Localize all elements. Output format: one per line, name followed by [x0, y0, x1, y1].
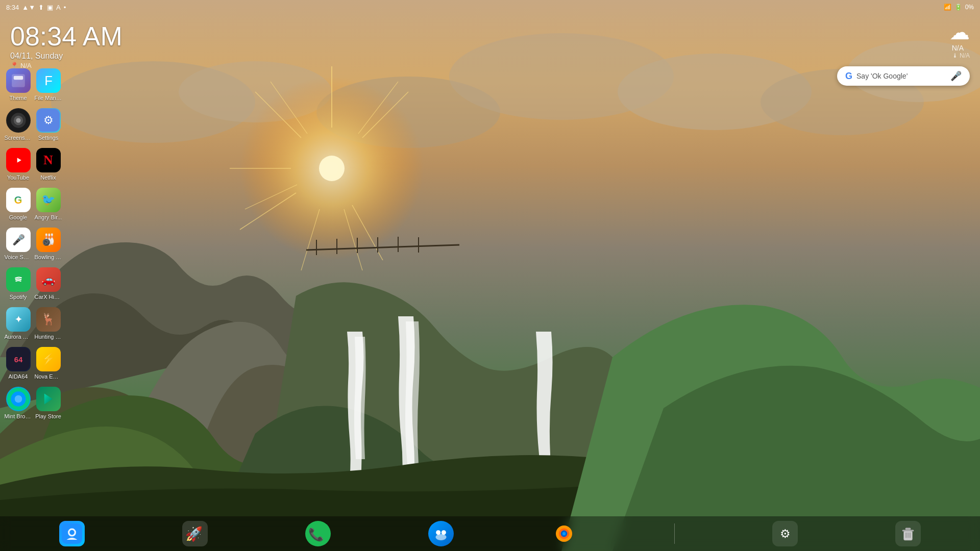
status-arrows: ▲▼ [22, 4, 35, 11]
taskbar-item-chat[interactable] [428, 521, 454, 546]
status-screen: ▣ [47, 4, 53, 11]
taskbar-item-finder[interactable] [59, 521, 85, 546]
status-time: 8:34 [6, 4, 19, 11]
app-row: Mint Brow...Play Store [4, 384, 57, 422]
app-item-screenshot[interactable]: Screensho... [4, 105, 32, 144]
app-item-filemanager[interactable]: FFile Mana... [34, 65, 62, 104]
taskbar-item-trash[interactable] [895, 521, 921, 546]
app-label-carx: CarX High... [35, 294, 62, 300]
app-label-netflix: Netflix [40, 174, 56, 181]
weather-low: 🌡 N/A [952, 52, 970, 59]
svg-marker-53 [44, 394, 52, 405]
app-label-nova: Nova Empi... [35, 373, 62, 380]
svg-text:⚙: ⚙ [43, 114, 54, 127]
google-search-bar[interactable]: G Say 'Ok Google' 🎤 [837, 66, 970, 86]
app-row: YouTubeNNetflix [4, 145, 57, 184]
app-icon-aurora: ✦ [6, 307, 31, 332]
app-item-playstore[interactable]: Play Store [34, 384, 62, 422]
weather-temp: N/A 🌡 N/A [952, 44, 970, 59]
app-label-hunting: Hunting C... [35, 334, 62, 340]
app-label-playstore: Play Store [35, 413, 61, 419]
app-icon-mintbrowser [6, 387, 31, 411]
app-label-spotify: Spotify [10, 294, 27, 300]
app-row: ThemeFFile Mana... [4, 65, 57, 104]
app-row: 64AIDA64⚡Nova Empi... [4, 344, 57, 383]
app-icon-angrybir: 🐦 [36, 188, 61, 212]
app-label-youtube: YouTube [7, 174, 29, 181]
app-row: GGoogle🐦Angry Bir... [4, 185, 57, 223]
app-item-angrybir[interactable]: 🐦Angry Bir... [34, 185, 62, 223]
svg-text:✦: ✦ [15, 315, 22, 324]
clock-time: 08:34 AM [10, 23, 122, 49]
taskbar-divider [674, 523, 675, 544]
status-left: 8:34 ▲▼ ⬆ ▣ A • [6, 4, 66, 11]
app-icon-carx: 🚗 [36, 267, 61, 292]
status-upload: ⬆ [38, 4, 44, 11]
app-item-google[interactable]: GGoogle [4, 185, 32, 223]
app-item-carx[interactable]: 🚗CarX High... [34, 264, 62, 303]
app-label-bowling: Bowling C... [35, 254, 62, 260]
svg-rect-70 [905, 528, 911, 530]
taskbar: 🚀📞⚙ [0, 516, 980, 551]
app-icon-filemanager: F [36, 68, 61, 93]
app-icon-theme [6, 68, 31, 93]
app-icon-screenshot [6, 108, 31, 133]
app-label-theme: Theme [9, 95, 27, 101]
weather-widget: ☁ N/A 🌡 N/A [949, 20, 970, 59]
app-item-bowling[interactable]: 🎳Bowling C... [34, 224, 62, 263]
app-row: ✦Aurora St...🦌Hunting C... [4, 304, 57, 343]
app-label-aurora: Aurora St... [5, 334, 32, 340]
app-item-spotify[interactable]: Spotify [4, 264, 32, 303]
app-label-mintbrowser: Mint Brow... [5, 413, 32, 419]
app-item-nova[interactable]: ⚡Nova Empi... [34, 344, 62, 383]
taskbar-item-rocket[interactable]: 🚀 [182, 521, 208, 546]
app-label-aida64: AIDA64 [9, 373, 28, 380]
app-icon-voicesearch: 🎤 [6, 228, 31, 252]
svg-point-59 [431, 524, 451, 543]
app-label-google: Google [9, 214, 27, 220]
app-row: Screensho...⚙Settings [4, 105, 57, 144]
status-right: 📶 🔋 0% [944, 4, 974, 11]
app-row: Spotify🚗CarX High... [4, 264, 57, 303]
status-bar: 8:34 ▲▼ ⬆ ▣ A • 📶 🔋 0% [0, 0, 980, 14]
app-item-mintbrowser[interactable]: Mint Brow... [4, 384, 32, 422]
app-item-hunting[interactable]: 🦌Hunting C... [34, 304, 62, 343]
svg-rect-32 [13, 76, 22, 80]
taskbar-item-settings[interactable]: ⚙ [772, 521, 798, 546]
app-item-theme[interactable]: Theme [4, 65, 32, 104]
app-item-settings[interactable]: ⚙Settings [34, 105, 62, 144]
svg-point-52 [14, 395, 22, 403]
app-item-netflix[interactable]: NNetflix [34, 145, 62, 184]
app-icon-spotify [6, 267, 31, 292]
svg-point-56 [69, 530, 75, 535]
app-icon-aida64: 64 [6, 347, 31, 371]
taskbar-item-firefox[interactable] [551, 521, 577, 546]
status-dot: • [64, 4, 66, 11]
battery-level: 0% [965, 4, 974, 11]
svg-text:🚀: 🚀 [185, 525, 203, 542]
wallpaper [0, 0, 980, 551]
svg-text:📞: 📞 [308, 527, 324, 542]
app-icon-nova: ⚡ [36, 347, 61, 371]
weather-high: N/A [952, 44, 970, 52]
app-icon-playstore [36, 387, 61, 411]
app-item-youtube[interactable]: YouTube [4, 145, 32, 184]
svg-point-62 [435, 534, 446, 540]
app-item-aurora[interactable]: ✦Aurora St... [4, 304, 32, 343]
svg-text:64: 64 [14, 356, 22, 364]
app-label-screenshot: Screensho... [5, 135, 32, 141]
app-label-angrybir: Angry Bir... [35, 214, 62, 220]
battery-icon: 🔋 [954, 4, 962, 11]
app-label-settings: Settings [38, 135, 59, 141]
svg-text:🎤: 🎤 [12, 234, 25, 246]
microphone-icon[interactable]: 🎤 [950, 70, 962, 82]
app-label-filemanager: File Mana... [35, 95, 62, 101]
google-search-text[interactable]: Say 'Ok Google' [856, 72, 946, 80]
app-grid: ThemeFFile Mana...Screensho...⚙SettingsY… [0, 61, 61, 427]
app-label-voicesearch: Voice Sea... [5, 254, 32, 260]
app-item-voicesearch[interactable]: 🎤Voice Sea... [4, 224, 32, 263]
weather-icon: ☁ [949, 20, 970, 44]
status-a: A [56, 4, 61, 11]
taskbar-item-phone[interactable]: 📞 [305, 521, 331, 546]
app-item-aida64[interactable]: 64AIDA64 [4, 344, 32, 383]
